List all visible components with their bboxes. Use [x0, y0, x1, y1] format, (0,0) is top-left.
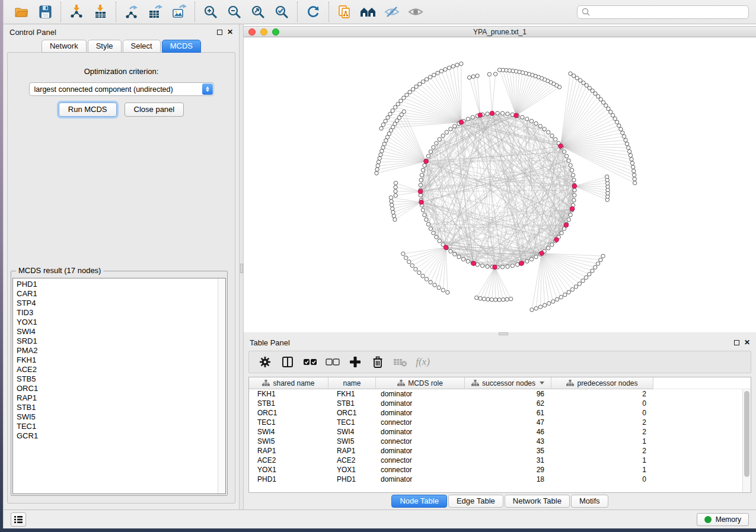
graph-node[interactable]	[419, 183, 422, 187]
memory-button[interactable]: Memory	[697, 513, 749, 526]
graph-node[interactable]	[466, 259, 470, 263]
graph-node[interactable]	[534, 306, 538, 310]
column-header-name[interactable]: name	[328, 377, 376, 389]
graph-node[interactable]	[569, 72, 572, 75]
graph-node[interactable]	[534, 255, 538, 258]
graph-node[interactable]	[538, 305, 542, 309]
table-cell[interactable]: TEC1	[249, 418, 328, 427]
graph-node[interactable]	[521, 116, 524, 119]
table-cell[interactable]: 2	[551, 418, 653, 427]
graph-node[interactable]	[632, 169, 636, 173]
table-row[interactable]: SWI4SWI4dominator462	[249, 427, 751, 437]
graph-node[interactable]	[379, 153, 382, 156]
graph-node[interactable]	[423, 164, 426, 167]
graph-node[interactable]	[449, 127, 452, 131]
graph-node[interactable]	[404, 256, 407, 259]
graph-node[interactable]	[375, 168, 379, 171]
vertical-splitter[interactable]	[239, 24, 244, 509]
graph-node[interactable]	[534, 121, 538, 125]
graph-node[interactable]	[429, 150, 432, 153]
graph-node[interactable]	[490, 298, 493, 302]
import-network-button[interactable]	[65, 1, 88, 23]
mcds-hub-node[interactable]	[570, 207, 575, 211]
table-cell[interactable]: 31	[465, 456, 551, 464]
graph-node[interactable]	[562, 150, 566, 153]
mcds-hub-node[interactable]	[519, 261, 524, 266]
mcds-hub-node[interactable]	[424, 159, 429, 164]
table-cell[interactable]: 0	[551, 409, 653, 417]
result-node[interactable]: STB1	[13, 403, 225, 412]
graph-node[interactable]	[560, 231, 563, 235]
delete-columns-button[interactable]	[366, 352, 389, 372]
graph-node[interactable]	[575, 76, 579, 80]
table-cell[interactable]: PHD1	[249, 475, 328, 483]
graph-node[interactable]	[380, 149, 384, 153]
graph-node[interactable]	[421, 80, 425, 84]
close-panel-icon[interactable]: ✕	[227, 28, 233, 36]
float-panel-icon[interactable]	[217, 30, 222, 35]
graph-node[interactable]	[408, 90, 412, 94]
graph-node[interactable]	[441, 134, 445, 137]
graph-node[interactable]	[405, 93, 409, 97]
graph-node[interactable]	[601, 254, 605, 258]
table-cell[interactable]: dominator	[376, 390, 465, 398]
graph-node[interactable]	[421, 168, 425, 172]
tab-node-table[interactable]: Node Table	[391, 495, 447, 508]
graph-node[interactable]	[437, 286, 441, 289]
table-cell[interactable]: RAP1	[328, 447, 376, 455]
table-cell[interactable]: SWI4	[328, 428, 376, 436]
graph-node[interactable]	[496, 111, 499, 115]
zoom-out-button[interactable]	[222, 1, 246, 23]
graph-node[interactable]	[630, 161, 634, 165]
graph-node[interactable]	[494, 298, 497, 302]
graph-node[interactable]	[429, 227, 432, 230]
mcds-hub-node[interactable]	[490, 111, 495, 116]
graph-node[interactable]	[394, 194, 397, 197]
show-all-button[interactable]	[404, 1, 428, 23]
graph-node[interactable]	[447, 66, 451, 69]
graph-node[interactable]	[393, 105, 397, 109]
table-cell[interactable]: SWI4	[249, 428, 328, 436]
result-node[interactable]: ACE2	[13, 365, 225, 374]
table-row[interactable]: FKH1FKH1dominator962	[249, 389, 751, 399]
optimization-criterion-select[interactable]: largest connected component (undirected)	[29, 82, 214, 96]
graph-node[interactable]	[625, 142, 629, 146]
graph-node[interactable]	[615, 120, 618, 124]
graph-node[interactable]	[384, 119, 387, 123]
graph-node[interactable]	[482, 297, 486, 300]
horizontal-splitter[interactable]	[244, 332, 756, 335]
graph-node[interactable]	[573, 193, 576, 197]
graph-node[interactable]	[506, 265, 509, 268]
graph-node[interactable]	[497, 298, 501, 302]
graph-node[interactable]	[467, 76, 471, 79]
graph-node[interactable]	[411, 88, 414, 91]
table-cell[interactable]: connector	[376, 418, 465, 427]
graph-node[interactable]	[410, 264, 414, 267]
table-cell[interactable]: 46	[465, 428, 551, 436]
mcds-hub-node[interactable]	[418, 189, 423, 194]
graph-node[interactable]	[453, 252, 457, 256]
graph-node[interactable]	[584, 275, 588, 279]
graph-node[interactable]	[529, 119, 533, 123]
graph-node[interactable]	[596, 262, 599, 265]
graph-node[interactable]	[550, 134, 554, 137]
tab-motifs[interactable]: Motifs	[571, 495, 608, 508]
graph-node[interactable]	[388, 112, 392, 116]
graph-node[interactable]	[394, 190, 397, 193]
tab-network-table[interactable]: Network Table	[505, 495, 570, 508]
graph-node[interactable]	[547, 246, 550, 250]
graph-node[interactable]	[569, 164, 572, 167]
graph-node[interactable]	[394, 181, 397, 185]
graph-node[interactable]	[611, 113, 614, 117]
table-cell[interactable]: connector	[376, 437, 465, 446]
select-all-button[interactable]	[299, 352, 321, 372]
graph-node[interactable]	[471, 75, 475, 78]
table-cell[interactable]: 43	[465, 437, 551, 446]
mcds-hub-node[interactable]	[444, 245, 448, 250]
table-cell[interactable]: 1	[551, 437, 653, 446]
graph-node[interactable]	[500, 111, 504, 115]
mcds-hub-node[interactable]	[459, 120, 464, 124]
scrollbar-thumb[interactable]	[744, 391, 749, 477]
result-node[interactable]: SWI4	[13, 327, 225, 336]
mcds-hub-node[interactable]	[559, 144, 563, 149]
